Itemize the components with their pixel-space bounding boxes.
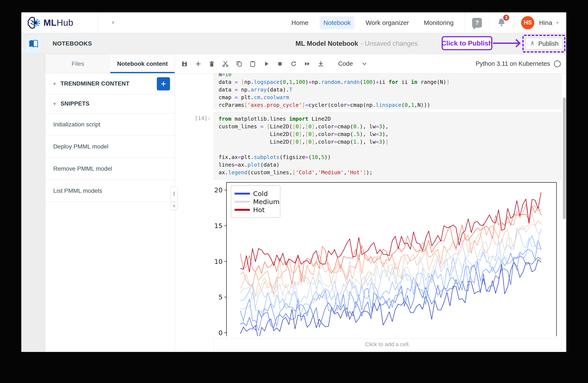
add-cell-placeholder[interactable]: Click to add a cell. (214, 338, 561, 350)
publish-button[interactable]: Publish (525, 38, 563, 50)
run-all-button[interactable] (303, 60, 311, 68)
stop-icon (276, 60, 284, 67)
sidebar-item-remove-pmml-model[interactable]: Remove PMML model (46, 158, 175, 180)
chevron-down-icon (363, 61, 366, 65)
sidebar-item-deploy-pmml-model[interactable]: Deploy PMML model (46, 135, 175, 158)
svg-text:10: 10 (214, 258, 223, 265)
paste-icon (249, 60, 256, 67)
add-cell-button[interactable]: + (194, 60, 202, 68)
svg-text:20: 20 (214, 186, 223, 194)
kernel-name: Python 3.11 on Kubernetes (476, 60, 550, 67)
chevron-down-icon[interactable]: ▾ (53, 101, 56, 107)
topbar-divider (514, 12, 514, 33)
code-cell[interactable]: from matplotlib.lines import Line2Dcusto… (214, 112, 561, 180)
kernel-indicator[interactable]: Python 3.11 on Kubernetes (476, 60, 561, 67)
delete-icon (208, 60, 215, 67)
download-button[interactable] (317, 60, 325, 68)
top-navigation: Home Notebook Work organizer Monitoring … (288, 12, 559, 33)
resize-handle-icon[interactable]: ‖ (170, 186, 178, 202)
run-cell-button[interactable] (262, 60, 270, 68)
app-logo[interactable]: MLHub ▾ (27, 12, 114, 33)
nav-item-home[interactable]: Home (288, 16, 312, 29)
user-name[interactable]: Hina (539, 19, 552, 26)
icon-rail (21, 33, 46, 352)
paste-cell-button[interactable] (249, 60, 257, 68)
mlhub-logo-icon (27, 16, 41, 30)
cell-output-figure: 05101520ColdMediumHot (214, 180, 561, 336)
book-icon (28, 39, 39, 48)
sidebar-item-initialization-script[interactable]: Initialization script (46, 114, 175, 135)
svg-text:5: 5 (218, 293, 223, 301)
sidebar-tabs: Files Notebook content (46, 54, 175, 73)
svg-text:Medium: Medium (253, 198, 279, 206)
restart-kernel-button[interactable] (290, 60, 298, 68)
chevron-down-icon[interactable]: ▾ (53, 81, 56, 87)
app-window: MLHub ▾ Home Notebook Work organizer Mon… (21, 12, 566, 352)
copy-icon (235, 60, 243, 67)
section-label: SNIPPETS (61, 100, 89, 107)
restart-icon (290, 60, 297, 67)
notebook-status: - Unsaved changes (361, 40, 418, 47)
save-button[interactable] (180, 60, 189, 68)
code-editor[interactable]: from matplotlib.lines import Line2Dcusto… (214, 112, 561, 179)
cell-type-select[interactable]: Code (338, 60, 366, 67)
user-dropdown-caret-icon[interactable]: ▾ (556, 20, 559, 26)
sidebar-item-list-pmml-models[interactable]: List PMML models (46, 180, 175, 202)
svg-text:Hot: Hot (253, 206, 265, 214)
topbar-divider (489, 12, 489, 33)
svg-text:Cold: Cold (253, 190, 268, 197)
avatar[interactable]: HS (521, 16, 534, 29)
close-icon[interactable]: ✕ (170, 202, 178, 210)
delete-cell-button[interactable] (208, 60, 216, 68)
topbar-divider (465, 12, 465, 33)
kernel-status-icon (554, 60, 561, 67)
run-all-icon (304, 60, 311, 67)
screenshot-frame: MLHub ▾ Home Notebook Work organizer Mon… (0, 0, 588, 383)
cell-execution-prompt: [14]: (175, 115, 211, 121)
sidebar-panel-title: NOTEBOOKS (53, 33, 92, 54)
notebook-toolbar: + (175, 54, 566, 73)
stop-kernel-button[interactable] (276, 60, 284, 68)
copy-cell-button[interactable] (235, 60, 243, 68)
nav-item-work-organizer[interactable]: Work organizer (362, 16, 413, 29)
add-cell-icon: + (195, 60, 201, 67)
tab-notebook-content[interactable]: Notebook content (110, 54, 175, 73)
section-trendminer-content[interactable]: ▾ TRENDMINER CONTENT + (46, 73, 175, 94)
help-icon[interactable]: ? (472, 18, 482, 28)
notification-badge: 3 (503, 14, 510, 21)
notebook-content-area: N=10data = [np.logspace(0,1,100)+np.rand… (175, 73, 566, 352)
nav-item-monitoring[interactable]: Monitoring (420, 16, 457, 29)
notebook-title: ML Model Notebook (295, 40, 358, 47)
sidebar: Files Notebook content ▾ TRENDMINER CONT… (46, 54, 175, 352)
vertical-scrollbar[interactable] (563, 97, 566, 219)
cut-cell-button[interactable] (221, 60, 230, 68)
cell-type-value: Code (338, 60, 353, 67)
svg-text:15: 15 (214, 222, 223, 230)
topbar: MLHub ▾ Home Notebook Work organizer Mon… (21, 12, 566, 33)
rocket-icon (529, 40, 536, 47)
active-tab-underline (110, 72, 175, 73)
click-to-publish-annotation: Click to Publish (442, 36, 492, 50)
section-snippets[interactable]: ▾ SNIPPETS (46, 94, 175, 114)
logo-dropdown-caret-icon[interactable]: ▾ (112, 19, 114, 26)
tab-files[interactable]: Files (46, 54, 110, 73)
save-icon (181, 60, 188, 67)
notifications-button[interactable]: 3 (497, 18, 506, 28)
matplotlib-line-chart: 05101520ColdMediumHot (214, 180, 561, 336)
nav-item-notebook[interactable]: Notebook (319, 16, 355, 29)
logo-text: MLHub (43, 18, 73, 28)
notebook-title-group: ML Model Notebook - Unsaved changes (295, 33, 418, 54)
svg-text:0: 0 (218, 329, 223, 336)
notebooks-rail-button[interactable] (25, 35, 42, 53)
publish-label: Publish (538, 40, 558, 47)
code-cell[interactable]: N=10data = [np.logspace(0,1,100)+np.rand… (214, 73, 561, 109)
code-editor[interactable]: N=10data = [np.logspace(0,1,100)+np.rand… (214, 73, 561, 109)
run-icon (263, 60, 270, 67)
download-icon (317, 60, 324, 67)
cut-icon (222, 60, 229, 67)
add-content-button[interactable]: + (157, 77, 170, 90)
section-label: TRENDMINER CONTENT (61, 80, 129, 87)
